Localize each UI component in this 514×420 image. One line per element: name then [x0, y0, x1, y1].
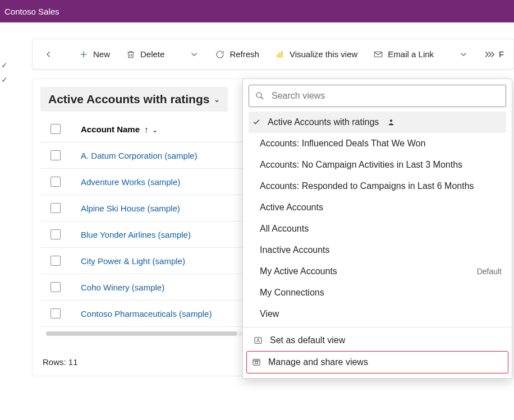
view-title-text: Active Accounts with ratings	[48, 93, 209, 106]
visualize-button[interactable]: Visualize this view	[269, 46, 363, 63]
view-option[interactable]: Active Accounts	[249, 197, 506, 218]
svg-point-5	[390, 119, 392, 122]
view-option[interactable]: All Accounts	[249, 218, 506, 239]
manage-views-icon	[251, 357, 261, 367]
row-checkbox[interactable]	[51, 229, 61, 239]
account-name-link[interactable]: Contoso Pharmaceuticals (sample)	[81, 309, 212, 319]
svg-rect-3	[375, 52, 383, 57]
chevron-down-icon	[189, 49, 199, 59]
refresh-icon	[215, 49, 225, 59]
email-link-label: Email a Link	[388, 49, 434, 59]
account-name-link[interactable]: Alpine Ski House (sample)	[81, 204, 180, 213]
view-option[interactable]: Active Accounts with ratings	[249, 112, 506, 133]
row-checkbox[interactable]	[51, 203, 61, 213]
row-checkbox[interactable]	[51, 177, 61, 187]
row-checkbox[interactable]	[51, 282, 61, 292]
view-option[interactable]: My Active AccountsDefault	[249, 261, 506, 282]
email-icon	[373, 49, 383, 59]
email-link-button[interactable]: Email a Link	[368, 46, 439, 63]
chevron-icon: ✓	[1, 61, 11, 70]
app-header: Contoso Sales	[0, 0, 514, 22]
view-option[interactable]: Accounts: Influenced Deals That We Won	[249, 133, 506, 154]
plus-icon	[79, 49, 89, 59]
app-title: Contoso Sales	[4, 7, 59, 16]
account-name-link[interactable]: Coho Winery (sample)	[81, 283, 164, 292]
svg-point-7	[258, 339, 259, 340]
row-checkbox[interactable]	[51, 150, 61, 160]
view-option-label: Accounts: Responded to Campaigns in Last…	[260, 181, 474, 191]
manage-share-views-button[interactable]: Manage and share views	[247, 352, 469, 373]
svg-rect-0	[277, 54, 278, 58]
chevron-down-icon: ⌄	[214, 95, 220, 104]
left-rail: ✓ ✓	[0, 34, 11, 146]
new-label: New	[93, 49, 110, 59]
view-option-label: Accounts: Influenced Deals That We Won	[260, 139, 425, 149]
new-button[interactable]: New	[73, 46, 116, 63]
svg-rect-9	[255, 362, 258, 364]
view-option[interactable]: My Connections	[249, 282, 506, 303]
view-option[interactable]: Accounts: Responded to Campaigns in Last…	[249, 176, 506, 197]
flow-button[interactable]: F	[479, 46, 510, 63]
back-button[interactable]	[38, 46, 59, 63]
account-name-link[interactable]: Adventure Works (sample)	[81, 177, 180, 187]
highlighted-action: Manage and share views	[246, 351, 508, 373]
delete-button[interactable]: Delete	[120, 46, 170, 63]
set-default-label: Set as default view	[270, 335, 345, 345]
select-all-checkbox[interactable]	[51, 124, 61, 134]
view-picker-dropdown: Active Accounts with ratingsAccounts: In…	[242, 79, 512, 379]
account-name-link[interactable]: Blue Yonder Airlines (sample)	[81, 230, 191, 239]
view-option-label: Active Accounts	[260, 202, 323, 213]
flow-label: F	[499, 49, 504, 59]
powerbi-icon	[275, 49, 285, 59]
view-option[interactable]: Accounts: No Campaign Activities in Last…	[249, 154, 506, 176]
search-input[interactable]	[270, 90, 500, 101]
view-option-label: Inactive Accounts	[260, 245, 330, 255]
view-option[interactable]: View	[249, 303, 506, 325]
view-option-label: My Connections	[260, 288, 324, 298]
svg-rect-8	[253, 359, 260, 366]
set-default-view-button[interactable]: Set as default view	[249, 330, 506, 351]
column-header-account-name[interactable]: Account Name ↑ ⌄	[81, 124, 158, 134]
email-link-split-chevron[interactable]	[453, 46, 474, 63]
separator	[243, 327, 512, 327]
refresh-button[interactable]: Refresh	[209, 46, 265, 63]
delete-split-chevron[interactable]	[183, 46, 205, 63]
svg-rect-1	[279, 53, 280, 58]
command-bar: New Delete Refresh Visualize this view E…	[32, 39, 514, 70]
chevron-down-icon	[458, 49, 469, 59]
view-option-label: All Accounts	[260, 224, 309, 234]
delete-label: Delete	[140, 49, 164, 59]
chevron-down-icon: ⌄	[152, 126, 158, 134]
trash-icon	[126, 49, 136, 59]
row-checkbox[interactable]	[51, 256, 61, 266]
view-option-label: View	[260, 309, 279, 319]
person-icon	[387, 118, 396, 127]
search-icon	[255, 91, 265, 101]
row-checkbox[interactable]	[51, 308, 61, 319]
sort-asc-icon: ↑	[144, 124, 149, 134]
search-views-field[interactable]	[249, 85, 506, 107]
chevron-icon: ✓	[1, 75, 11, 84]
visualize-label: Visualize this view	[290, 49, 357, 59]
flow-icon	[484, 49, 494, 59]
check-icon	[252, 118, 262, 127]
svg-rect-2	[281, 51, 282, 58]
set-default-icon	[253, 335, 263, 345]
manage-share-label: Manage and share views	[268, 357, 368, 367]
default-tag: Default	[477, 267, 502, 276]
view-option[interactable]: Inactive Accounts	[249, 239, 506, 261]
refresh-label: Refresh	[230, 49, 259, 59]
scrollbar-thumb[interactable]	[46, 331, 237, 336]
view-option-label: Active Accounts with ratings	[268, 117, 379, 127]
account-name-link[interactable]: A. Datum Corporation (sample)	[81, 151, 198, 160]
view-option-label: My Active Accounts	[260, 266, 337, 276]
account-name-link[interactable]: City Power & Light (sample)	[81, 256, 185, 266]
view-selector-button[interactable]: Active Accounts with ratings ⌄	[40, 87, 228, 112]
svg-point-4	[256, 93, 261, 98]
view-option-label: Accounts: No Campaign Activities in Last…	[260, 160, 462, 170]
back-arrow-icon	[44, 49, 54, 59]
